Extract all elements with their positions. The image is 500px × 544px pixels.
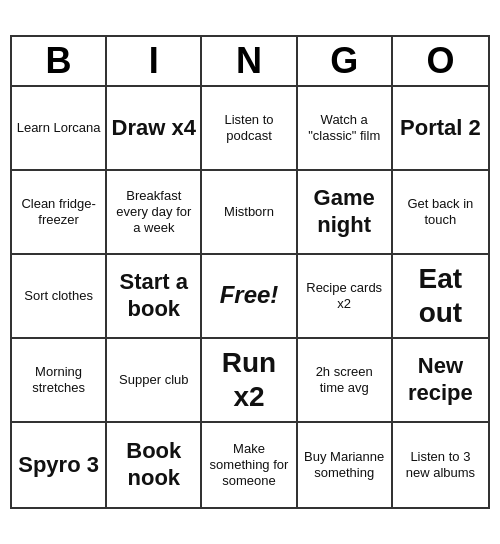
bingo-cell[interactable]: Spyro 3 bbox=[12, 423, 107, 507]
bingo-cell[interactable]: Book nook bbox=[107, 423, 202, 507]
bingo-cell[interactable]: Make something for someone bbox=[202, 423, 297, 507]
cell-text: Learn Lorcana bbox=[17, 120, 101, 136]
cell-text: Clean fridge-freezer bbox=[16, 196, 101, 227]
cell-text: Sort clothes bbox=[24, 288, 93, 304]
bingo-cell[interactable]: Breakfast every day for a week bbox=[107, 171, 202, 255]
header-letter: O bbox=[393, 37, 488, 85]
cell-text: New recipe bbox=[397, 353, 484, 406]
bingo-header: BINGO bbox=[12, 37, 488, 87]
bingo-cell[interactable]: Run x2 bbox=[202, 339, 297, 423]
cell-text: Watch a "classic" film bbox=[302, 112, 387, 143]
cell-text: Morning stretches bbox=[16, 364, 101, 395]
bingo-cell[interactable]: Mistborn bbox=[202, 171, 297, 255]
bingo-cell[interactable]: Supper club bbox=[107, 339, 202, 423]
cell-text: Get back in touch bbox=[397, 196, 484, 227]
bingo-card: BINGO Learn LorcanaDraw x4Listen to podc… bbox=[10, 35, 490, 509]
bingo-cell[interactable]: Watch a "classic" film bbox=[298, 87, 393, 171]
bingo-cell[interactable]: Clean fridge-freezer bbox=[12, 171, 107, 255]
cell-text: Game night bbox=[302, 185, 387, 238]
bingo-cell[interactable]: 2h screen time avg bbox=[298, 339, 393, 423]
cell-text: Supper club bbox=[119, 372, 188, 388]
cell-text: Eat out bbox=[397, 262, 484, 329]
cell-text: 2h screen time avg bbox=[302, 364, 387, 395]
cell-text: Start a book bbox=[111, 269, 196, 322]
cell-text: Listen to 3 new albums bbox=[397, 449, 484, 480]
cell-text: Make something for someone bbox=[206, 441, 291, 488]
header-letter: I bbox=[107, 37, 202, 85]
header-letter: B bbox=[12, 37, 107, 85]
bingo-cell[interactable]: Free! bbox=[202, 255, 297, 339]
bingo-cell[interactable]: Listen to 3 new albums bbox=[393, 423, 488, 507]
cell-text: Draw x4 bbox=[112, 115, 196, 141]
header-letter: N bbox=[202, 37, 297, 85]
bingo-cell[interactable]: Sort clothes bbox=[12, 255, 107, 339]
bingo-cell[interactable]: Get back in touch bbox=[393, 171, 488, 255]
cell-text: Buy Marianne something bbox=[302, 449, 387, 480]
cell-text: Book nook bbox=[111, 438, 196, 491]
bingo-cell[interactable]: Learn Lorcana bbox=[12, 87, 107, 171]
cell-text: Spyro 3 bbox=[18, 452, 99, 478]
cell-text: Portal 2 bbox=[400, 115, 481, 141]
bingo-cell[interactable]: New recipe bbox=[393, 339, 488, 423]
cell-text: Listen to podcast bbox=[206, 112, 291, 143]
bingo-grid: Learn LorcanaDraw x4Listen to podcastWat… bbox=[12, 87, 488, 507]
bingo-cell[interactable]: Listen to podcast bbox=[202, 87, 297, 171]
cell-text: Breakfast every day for a week bbox=[111, 188, 196, 235]
bingo-cell[interactable]: Draw x4 bbox=[107, 87, 202, 171]
bingo-cell[interactable]: Start a book bbox=[107, 255, 202, 339]
bingo-cell[interactable]: Portal 2 bbox=[393, 87, 488, 171]
bingo-cell[interactable]: Recipe cards x2 bbox=[298, 255, 393, 339]
bingo-cell[interactable]: Eat out bbox=[393, 255, 488, 339]
cell-text: Run x2 bbox=[206, 346, 291, 413]
bingo-cell[interactable]: Morning stretches bbox=[12, 339, 107, 423]
bingo-cell[interactable]: Buy Marianne something bbox=[298, 423, 393, 507]
bingo-cell[interactable]: Game night bbox=[298, 171, 393, 255]
cell-text: Recipe cards x2 bbox=[302, 280, 387, 311]
cell-text: Free! bbox=[220, 281, 279, 310]
header-letter: G bbox=[298, 37, 393, 85]
cell-text: Mistborn bbox=[224, 204, 274, 220]
